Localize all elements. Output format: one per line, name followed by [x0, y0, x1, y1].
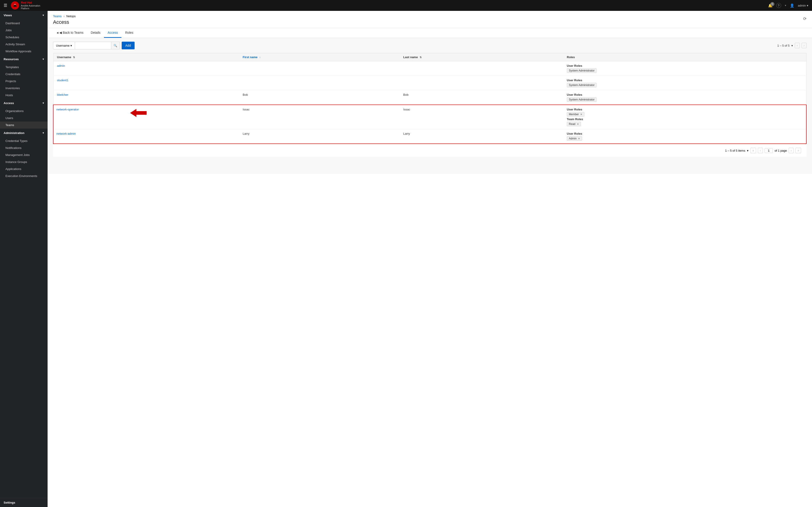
pagination-text: 1 – 5 of 5 — [777, 44, 790, 47]
user-link-bbelcher[interactable]: bbelcher — [57, 93, 68, 97]
sidebar-item-credential-types[interactable]: Credential Types — [0, 137, 48, 145]
search-button[interactable]: 🔍 — [111, 42, 120, 49]
sidebar-views-chevron: ▾ — [43, 14, 44, 17]
sidebar-item-credentials[interactable]: Credentials — [0, 71, 48, 78]
bottom-pagination: 1 – 5 of 5 items ▾ « ‹ 1 of 1 page › » — [53, 144, 807, 157]
sidebar-item-applications[interactable]: Applications — [0, 165, 48, 172]
sidebar-item-dashboard[interactable]: Dashboard — [0, 20, 48, 27]
prev-page-button[interactable]: ‹ — [795, 43, 800, 48]
next-page-button-bottom[interactable]: › — [789, 148, 794, 153]
help-icon[interactable]: ? — [776, 3, 781, 8]
tab-access[interactable]: Access — [104, 28, 121, 38]
add-button[interactable]: Add — [122, 42, 135, 49]
cell-roles: User Roles Admin ✕ — [563, 129, 806, 144]
role-tag-member: Member ✕ — [567, 112, 584, 117]
nav-actions: 🔔 0 ? ▾ 👤 admin ▾ — [768, 3, 808, 8]
sidebar-item-users[interactable]: Users — [0, 115, 48, 121]
hamburger-menu[interactable]: ☰ — [4, 3, 7, 8]
tab-back-to-teams[interactable]: ◀ Back to Teams — [53, 28, 87, 38]
help-chevron[interactable]: ▾ — [785, 4, 786, 7]
user-link-student1[interactable]: student1 — [57, 78, 68, 82]
user-roles-label: User Roles — [567, 93, 803, 97]
sidebar-item-hosts[interactable]: Hosts — [0, 92, 48, 99]
sidebar-section-views: Views ▾ Dashboard Jobs Schedules Activit… — [0, 11, 48, 55]
col-last-name[interactable]: Last name ⇅ — [400, 53, 563, 61]
sidebar-item-teams[interactable]: Teams — [0, 121, 48, 128]
cell-username: student1 — [53, 76, 239, 90]
sidebar-views-label: Views — [4, 13, 12, 17]
brand-line1: Red Hat — [21, 1, 40, 5]
sidebar-item-instance-groups[interactable]: Instance Groups — [0, 159, 48, 165]
col-first-name[interactable]: First name ↑ — [239, 53, 400, 61]
sidebar-item-management-jobs[interactable]: Management Jobs — [0, 152, 48, 159]
sidebar-item-workflow-approvals[interactable]: Workflow Approvals — [0, 48, 48, 55]
content-area: Teams › Netops Access ⟳ ◀ Back to Teams — [48, 11, 812, 507]
user-roles-label: User Roles — [567, 132, 803, 135]
sidebar-settings-header[interactable]: Settings — [0, 498, 48, 507]
sidebar-administration-header[interactable]: Administration ▾ — [0, 128, 48, 137]
main-content: Teams › Netops Access ⟳ ◀ Back to Teams — [48, 11, 812, 507]
remove-admin-role[interactable]: ✕ — [578, 137, 580, 140]
sidebar-settings-label: Settings — [4, 501, 15, 504]
cell-roles: User Roles System Administrator — [563, 61, 806, 76]
sidebar: Views ▾ Dashboard Jobs Schedules Activit… — [0, 11, 48, 507]
tab-details[interactable]: Details — [87, 28, 104, 38]
cell-first-name: Larry — [239, 129, 400, 144]
tab-roles[interactable]: Roles — [121, 28, 137, 38]
user-link-network-admin[interactable]: network-admin — [56, 132, 76, 135]
filter-label: Username — [56, 44, 69, 47]
user-link-admin[interactable]: admin — [57, 64, 65, 67]
table-wrapper: Username ⇅ First name ↑ Last name ⇅ — [53, 53, 807, 144]
back-arrow-icon: ◀ — [59, 31, 62, 35]
sidebar-section-administration: Administration ▾ Credential Types Notifi… — [0, 128, 48, 179]
notifications-bell[interactable]: 🔔 0 — [768, 3, 773, 8]
user-menu[interactable]: admin ▾ — [798, 4, 808, 7]
sidebar-item-execution-environments[interactable]: Execution Environments — [0, 172, 48, 179]
sidebar-administration-label: Administration — [4, 131, 24, 135]
search-input[interactable] — [75, 42, 111, 49]
sidebar-access-header[interactable]: Access ▾ — [0, 99, 48, 108]
sidebar-section-access: Access ▾ Organizations Users Teams — [0, 99, 48, 128]
table-row: network-operator Issac Issac User Roles … — [53, 105, 806, 129]
sidebar-item-templates[interactable]: Templates — [0, 64, 48, 71]
toolbar: Username ▾ 🔍 Add 1 – 5 of 5 ▾ ‹ › — [53, 42, 807, 49]
sidebar-item-notifications[interactable]: Notifications — [0, 145, 48, 152]
bottom-pagination-chevron[interactable]: ▾ — [747, 149, 749, 152]
user-roles-label: User Roles — [567, 64, 803, 67]
sidebar-views-header[interactable]: Views ▾ — [0, 11, 48, 20]
sidebar-item-projects[interactable]: Projects — [0, 78, 48, 84]
page-number-input[interactable]: 1 — [765, 148, 773, 153]
col-username[interactable]: Username ⇅ — [53, 53, 239, 61]
sidebar-administration-chevron: ▾ — [43, 131, 44, 134]
data-table: Username ⇅ First name ↑ Last name ⇅ — [53, 53, 807, 144]
cell-first-name: Issac — [239, 105, 400, 129]
pagination-chevron[interactable]: ▾ — [792, 44, 793, 47]
last-page-button[interactable]: » — [796, 148, 801, 153]
sidebar-item-jobs[interactable]: Jobs — [0, 27, 48, 34]
pagination-summary: 1 – 5 of 5 ▾ ‹ › — [777, 43, 807, 48]
sidebar-access-chevron: ▾ — [43, 102, 44, 105]
last-name-sort-icon: ⇅ — [420, 56, 422, 59]
cell-roles: User Roles System Administrator — [563, 76, 806, 90]
sidebar-resources-label: Resources — [4, 57, 18, 61]
remove-member-role[interactable]: ✕ — [580, 113, 582, 116]
tabs-bar: ◀ Back to Teams Details Access Roles — [48, 28, 812, 38]
sidebar-resources-header[interactable]: Resources ▾ — [0, 55, 48, 64]
breadcrumb-parent[interactable]: Teams — [53, 14, 62, 18]
prev-page-button-bottom[interactable]: ‹ — [758, 148, 763, 153]
sidebar-item-organizations[interactable]: Organizations — [0, 108, 48, 115]
sidebar-item-inventories[interactable]: Inventories — [0, 84, 48, 92]
sidebar-item-schedules[interactable]: Schedules — [0, 34, 48, 41]
filter-select[interactable]: Username ▾ — [53, 42, 75, 49]
cell-roles: User Roles Member ✕ Team Roles Read ✕ — [563, 105, 806, 129]
username-display: admin — [798, 4, 806, 7]
cell-last-name: Issac — [400, 105, 563, 129]
next-page-button[interactable]: › — [802, 43, 807, 48]
user-roles-label: User Roles — [567, 108, 803, 111]
first-page-button[interactable]: « — [750, 148, 756, 153]
history-icon[interactable]: ⟳ — [803, 16, 807, 21]
user-link-network-operator[interactable]: network-operator — [56, 108, 79, 111]
page-title: Access — [53, 19, 76, 25]
sidebar-item-activity-stream[interactable]: Activity Stream — [0, 41, 48, 48]
remove-read-role[interactable]: ✕ — [577, 123, 579, 126]
